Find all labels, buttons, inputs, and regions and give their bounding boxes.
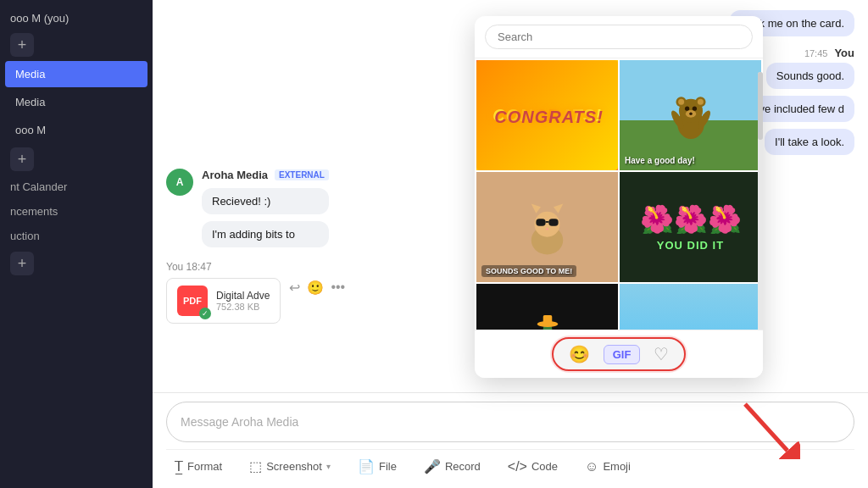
- svg-rect-26: [542, 315, 552, 325]
- svg-line-30: [745, 404, 787, 451]
- bubble-adding: I'm adding bits to: [202, 221, 329, 247]
- svg-point-7: [692, 107, 696, 111]
- aroha-sender-name: Aroha Media: [202, 169, 268, 181]
- gif-toolbar-heart-button[interactable]: ♡: [654, 344, 669, 364]
- record-label: Record: [445, 460, 481, 473]
- file-label: File: [379, 460, 397, 473]
- gif-bear-text: Have a good day!: [625, 156, 695, 165]
- format-label: Format: [187, 460, 222, 473]
- gif-popup: CONGRATS!: [475, 16, 763, 378]
- bubble-sounds-good: Sounds good.: [766, 63, 854, 89]
- bubble-take-look: I'll take a look.: [765, 129, 854, 155]
- record-button[interactable]: 🎤 Record: [419, 455, 486, 478]
- format-button[interactable]: T̲ Format: [170, 455, 227, 478]
- svg-point-5: [697, 99, 703, 105]
- aroha-message-content: Aroha Media EXTERNAL Recieved! :) I'm ad…: [202, 169, 329, 251]
- emoji-label: Emoji: [603, 460, 631, 473]
- code-icon: </>: [508, 459, 527, 474]
- screenshot-chevron-icon: ▾: [326, 462, 331, 471]
- file-size: 752.38 KB: [216, 302, 270, 312]
- red-arrow-indicator: [741, 400, 800, 463]
- screenshot-label: Screenshot: [266, 460, 322, 473]
- message-time-1745: 17:45: [804, 48, 828, 58]
- sidebar-user-label: ooo M (you): [0, 7, 153, 30]
- aroha-avatar: A: [166, 169, 193, 196]
- add-channel-button-2[interactable]: +: [10, 147, 34, 171]
- more-actions-icon[interactable]: •••: [331, 280, 345, 296]
- file-icon-pdf: PDF ✓: [177, 286, 208, 316]
- sidebar-item-uction[interactable]: uction: [0, 224, 153, 248]
- emoji-reaction-icon[interactable]: 🙂: [307, 280, 324, 296]
- svg-rect-17: [548, 219, 558, 225]
- gif-cell-congrats[interactable]: CONGRATS!: [476, 60, 618, 170]
- gif-cell-way[interactable]: WAY 🎩: [620, 284, 761, 330]
- file-button[interactable]: 📄 File: [353, 455, 402, 478]
- add-channel-button-3[interactable]: +: [10, 252, 34, 275]
- gif-cell-cat[interactable]: SOUNDS GOOD TO ME!: [476, 172, 618, 282]
- screenshot-icon: ⬚: [249, 458, 262, 474]
- gif-toolbar-emoji-button[interactable]: 😊: [569, 344, 590, 364]
- code-label: Code: [531, 460, 558, 473]
- you-label-1847: You 18:47: [166, 261, 212, 273]
- gif-cell-bear[interactable]: Have a good day!: [620, 60, 761, 170]
- bubble-recieved: Recieved! :): [202, 188, 329, 214]
- screenshot-button[interactable]: ⬚ Screenshot ▾: [244, 455, 336, 478]
- sidebar-item-announcements[interactable]: ncements: [0, 199, 153, 224]
- file-info: Digital Adve 752.38 KB: [216, 290, 270, 312]
- file-icon-toolbar: 📄: [358, 458, 375, 474]
- message-sender-you-1: You: [834, 47, 854, 59]
- add-channel-button-1[interactable]: +: [10, 33, 34, 57]
- gif-grid: CONGRATS!: [475, 58, 763, 330]
- svg-point-9: [689, 113, 693, 116]
- sidebar-item-media-1[interactable]: Media: [5, 61, 147, 87]
- main-panel: mark me on the card. 17:45 You Sounds go…: [153, 0, 868, 488]
- gif-cell-youdid[interactable]: 🌺🌺🌺 YOU DID IT: [620, 172, 761, 282]
- svg-point-3: [678, 99, 684, 105]
- gif-cat-text: SOUNDS GOOD TO ME!: [481, 265, 576, 277]
- sidebar-item-ooom[interactable]: ooo M: [5, 117, 147, 143]
- format-icon: T̲: [175, 458, 183, 474]
- emoji-icon: ☺: [585, 459, 598, 474]
- sidebar: ooo M (you) + Media Media ooo M + nt Cal…: [0, 0, 153, 488]
- code-button[interactable]: </> Code: [503, 456, 563, 478]
- gif-search-input[interactable]: [485, 25, 753, 49]
- gif-cell-cactus[interactable]: [476, 284, 618, 330]
- record-icon: 🎤: [424, 458, 441, 474]
- message-actions: ↩ 🙂 •••: [289, 280, 345, 296]
- gif-toolbar-gif-button[interactable]: GIF: [604, 345, 641, 364]
- svg-marker-15: [554, 203, 563, 213]
- external-badge: EXTERNAL: [275, 169, 329, 180]
- input-placeholder: Message Aroha Media: [181, 415, 298, 429]
- svg-marker-14: [531, 203, 541, 213]
- svg-rect-16: [536, 219, 545, 225]
- sidebar-item-calendar[interactable]: nt Calander: [0, 175, 153, 199]
- scrollbar[interactable]: [758, 58, 763, 330]
- file-check-icon: ✓: [199, 308, 211, 319]
- reply-icon[interactable]: ↩: [289, 280, 300, 296]
- sidebar-item-media-2[interactable]: Media: [5, 89, 147, 115]
- aroha-meta: Aroha Media EXTERNAL: [202, 169, 329, 181]
- gif-search-bar: [475, 16, 763, 58]
- file-attachment[interactable]: PDF ✓ Digital Adve 752.38 KB: [166, 278, 281, 324]
- gif-toolbar-container: 😊 GIF ♡: [552, 337, 687, 371]
- file-name: Digital Adve: [216, 290, 270, 302]
- svg-point-6: [685, 107, 689, 111]
- emoji-button[interactable]: ☺ Emoji: [580, 456, 636, 478]
